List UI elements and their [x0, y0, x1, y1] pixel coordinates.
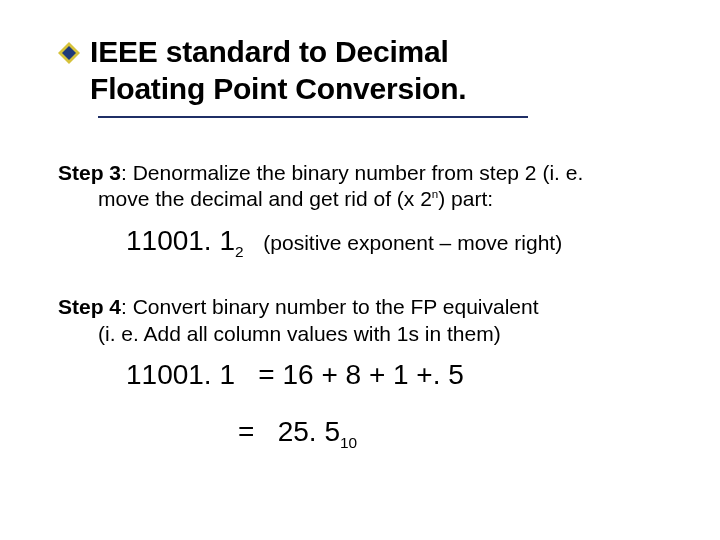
step4-answer: = 25. 510: [238, 414, 680, 452]
slide-title: IEEE standard to Decimal Floating Point …: [90, 34, 466, 107]
step4-cont: (i. e. Add all column values with 1s in …: [98, 322, 501, 345]
step4-equation: 11001. 1 = 16 + 8 + 1 +. 5: [126, 357, 680, 392]
step3-annotation: (positive exponent – move right): [263, 231, 562, 254]
step3-value-sub: 2: [235, 242, 244, 259]
title-line-2: Floating Point Conversion.: [90, 72, 466, 105]
step3-value: 11001. 1: [126, 225, 235, 256]
step3-cont: move the decimal and get rid of (x 2: [98, 187, 432, 210]
step4-text: : Convert binary number to the FP equiva…: [121, 295, 539, 318]
step4-eq-rhs: 16 + 8 + 1 +. 5: [282, 359, 463, 390]
step4-line2: (i. e. Add all column values with 1s in …: [98, 321, 680, 347]
step4-line1: Step 4: Convert binary number to the FP …: [58, 294, 680, 320]
slide-body: Step 3: Denormalize the binary number fr…: [58, 160, 680, 452]
step3-line2: move the decimal and get rid of (x 2n) p…: [98, 186, 680, 212]
step4-eq-eq: =: [258, 359, 274, 390]
step4-ans-val: 25. 5: [278, 416, 340, 447]
slide: IEEE standard to Decimal Floating Point …: [0, 0, 720, 540]
title-line-1: IEEE standard to Decimal: [90, 35, 449, 68]
slide-title-row: IEEE standard to Decimal Floating Point …: [58, 34, 680, 107]
step3-text: : Denormalize the binary number from ste…: [121, 161, 583, 184]
step4-label: Step 4: [58, 295, 121, 318]
step3-line1: Step 3: Denormalize the binary number fr…: [58, 160, 680, 186]
step4-ans-eq: =: [238, 416, 254, 447]
diamond-bullet-icon: [58, 42, 80, 68]
step4-ans-sub: 10: [340, 433, 357, 450]
step4-eq-lhs: 11001. 1: [126, 359, 235, 390]
step3-cont-tail: ) part:: [438, 187, 493, 210]
step3-value-row: 11001. 12 (positive exponent – move righ…: [126, 223, 680, 261]
step3-label: Step 3: [58, 161, 121, 184]
title-underline: [98, 116, 528, 118]
